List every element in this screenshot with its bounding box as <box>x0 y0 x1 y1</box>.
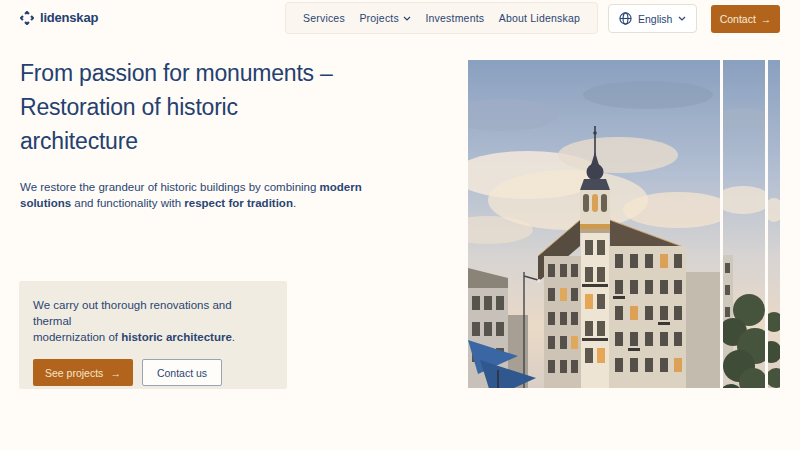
language-selector[interactable]: English <box>608 4 697 33</box>
nav-item-services[interactable]: Services <box>303 12 345 24</box>
chevron-down-icon <box>403 16 411 21</box>
brand-logo[interactable]: lidenskap <box>20 10 98 25</box>
hero-photo-next-slide <box>723 60 765 388</box>
nav-item-investments[interactable]: Investments <box>425 12 484 24</box>
nav-item-about[interactable]: About Lidenskap <box>499 12 580 24</box>
building-photo-illustration <box>468 60 720 388</box>
main-navigation: Services Projects Investments About Lide… <box>285 2 598 34</box>
arrow-right-icon: → <box>761 13 772 25</box>
brand-name: lidenskap <box>40 10 98 25</box>
card-text: We carry out thorough renovations and th… <box>33 297 273 345</box>
tree-photo-illustration <box>768 60 780 388</box>
renovation-info-card: We carry out thorough renovations and th… <box>19 281 287 389</box>
chevron-down-icon <box>678 16 686 21</box>
contact-us-button[interactable]: Contact us <box>142 359 222 386</box>
globe-icon <box>619 12 632 25</box>
hero-photo-next-slide-2 <box>768 60 780 388</box>
see-projects-button[interactable]: See projects → <box>33 359 133 386</box>
arrow-right-icon: → <box>110 367 121 379</box>
nav-item-projects[interactable]: Projects <box>359 12 411 24</box>
language-label: English <box>638 13 672 25</box>
contact-button[interactable]: Contact → <box>711 5 780 33</box>
page-title: From passion for monuments – Restoration… <box>20 56 333 158</box>
hero-photo-main <box>468 60 720 388</box>
lidenskap-logo-icon <box>20 11 34 25</box>
tree-photo-illustration <box>723 60 765 388</box>
hero-intro-text: We restore the grandeur of historic buil… <box>20 179 380 211</box>
